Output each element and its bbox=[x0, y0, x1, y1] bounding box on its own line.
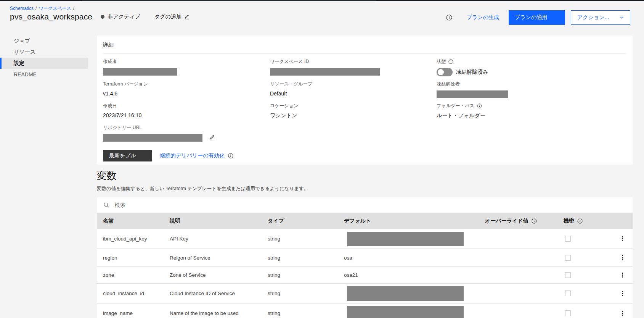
default-value-redacted bbox=[347, 306, 464, 318]
unfrozen-by-label: 凍結解除者 bbox=[437, 81, 626, 87]
cell-default: osa21 bbox=[338, 272, 479, 278]
workspace-id-label: ワークスペース ID bbox=[270, 58, 437, 65]
breadcrumb: Schematics/ワークスペース/ bbox=[10, 5, 76, 12]
title-row: pvs_osaka_workspace 非アクティブ タグの追加 bbox=[10, 12, 190, 21]
cell-type: string bbox=[262, 310, 338, 316]
actions-dropdown-label: アクション... bbox=[577, 14, 609, 21]
cell-sensitive bbox=[557, 291, 612, 296]
field-workspace-id: ワークスペース ID bbox=[270, 58, 437, 76]
cell-default: osa bbox=[338, 255, 479, 261]
column-header-type: タイプ bbox=[262, 218, 338, 224]
cell-description: Cloud Instance ID of Service bbox=[164, 291, 262, 296]
breadcrumb-separator: / bbox=[35, 6, 37, 11]
field-resource-group: リソース・グループ Default bbox=[270, 81, 437, 98]
field-created-date: 作成日 2023/7/21 16:10 bbox=[103, 103, 270, 120]
pull-latest-button[interactable]: 最新をプル bbox=[103, 150, 152, 161]
cell-actions bbox=[612, 289, 633, 298]
workspace-status: 非アクティブ bbox=[101, 13, 140, 20]
details-fields: 作成者 ワークスペース ID 状態 凍結解除済み bbox=[103, 54, 626, 161]
repo-url-value-redacted bbox=[103, 134, 202, 142]
repo-url-label: リポジトリー URL bbox=[103, 124, 626, 131]
sensitive-checkbox[interactable] bbox=[565, 255, 571, 261]
status-label: 非アクティブ bbox=[108, 13, 140, 20]
default-value-redacted bbox=[347, 286, 464, 301]
overflow-menu-icon[interactable] bbox=[620, 253, 625, 262]
resource-group-label: リソース・グループ bbox=[270, 81, 437, 87]
cell-type: string bbox=[262, 255, 338, 261]
default-value-redacted bbox=[347, 232, 464, 246]
cell-name: cloud_instance_id bbox=[97, 291, 164, 296]
page-title: pvs_osaka_workspace bbox=[10, 12, 92, 21]
cell-name: zone bbox=[97, 272, 164, 278]
cell-actions bbox=[612, 234, 633, 243]
schematics-workspace-settings-page: Schematics/ワークスペース/ pvs_osaka_workspace … bbox=[0, 0, 644, 318]
status-dot-icon bbox=[101, 15, 104, 19]
folder-path-value: ルート・フォルダー bbox=[437, 112, 626, 119]
variables-search bbox=[97, 197, 633, 213]
add-tag-label: タグの追加 bbox=[154, 13, 181, 20]
overflow-menu-icon[interactable] bbox=[620, 289, 625, 298]
sidebar-item-resources[interactable]: リソース bbox=[0, 47, 88, 58]
folder-path-label: フォルダー・パス bbox=[437, 103, 474, 109]
freeze-toggle[interactable] bbox=[437, 68, 453, 76]
info-icon[interactable] bbox=[577, 218, 583, 224]
column-header-default: デフォルト bbox=[338, 218, 479, 224]
location-value: ワシントン bbox=[270, 112, 437, 119]
sensitive-checkbox[interactable] bbox=[565, 310, 571, 316]
creator-value-redacted bbox=[103, 68, 177, 76]
cell-description: API Key bbox=[164, 236, 262, 242]
column-header-sensitive: 機密 bbox=[557, 218, 612, 224]
created-date-value: 2023/7/21 16:10 bbox=[103, 112, 270, 118]
table-row-zone: zone Zone of Service string osa21 bbox=[97, 267, 633, 284]
freeze-toggle-knob bbox=[438, 69, 444, 75]
table-row-ibm-cloud-api-key: ibm_cloud_api_key API Key string bbox=[97, 229, 633, 249]
sensitive-checkbox[interactable] bbox=[565, 236, 571, 242]
cell-sensitive bbox=[557, 255, 612, 261]
actions-dropdown[interactable]: アクション... bbox=[571, 10, 630, 25]
cell-description: Zone of Service bbox=[164, 272, 262, 278]
search-input[interactable] bbox=[115, 202, 626, 208]
sensitive-checkbox[interactable] bbox=[565, 272, 571, 278]
search-icon bbox=[103, 202, 109, 208]
sidebar-item-jobs[interactable]: ジョブ bbox=[0, 36, 88, 47]
edit-icon bbox=[209, 134, 215, 140]
sidebar-item-readme[interactable]: README bbox=[0, 69, 88, 80]
generate-plan-button[interactable]: プランの生成 bbox=[467, 14, 499, 21]
breadcrumb-link-workspaces[interactable]: ワークスペース bbox=[39, 6, 71, 11]
field-creator: 作成者 bbox=[103, 58, 270, 76]
info-icon[interactable] bbox=[228, 153, 233, 158]
column-header-name: 名前 bbox=[97, 218, 164, 224]
breadcrumb-separator: / bbox=[73, 6, 74, 11]
info-icon[interactable] bbox=[446, 15, 452, 21]
details-actions-row: 最新をプル 継続的デリバリーの有効化 bbox=[103, 150, 626, 161]
terraform-version-label: Terraform バージョン bbox=[103, 81, 270, 87]
cell-type: string bbox=[262, 291, 338, 296]
cell-default bbox=[338, 232, 479, 246]
sensitive-checkbox[interactable] bbox=[565, 291, 571, 296]
freeze-toggle-label: 凍結解除済み bbox=[456, 69, 488, 76]
apply-plan-button[interactable]: プランの適用 bbox=[509, 10, 565, 25]
table-row-cloud-instance-id: cloud_instance_id Cloud Instance ID of S… bbox=[97, 284, 633, 303]
terraform-version-value: v1.4.6 bbox=[103, 90, 270, 97]
workspace-id-value-redacted bbox=[270, 68, 380, 76]
field-terraform-version: Terraform バージョン v1.4.6 bbox=[103, 81, 270, 98]
overflow-menu-icon[interactable] bbox=[620, 234, 625, 243]
table-row-region: region Reigon of Service string osa bbox=[97, 249, 633, 267]
header-actions: プランの生成 プランの適用 アクション... bbox=[446, 10, 630, 25]
page-header: Schematics/ワークスペース/ pvs_osaka_workspace … bbox=[0, 1, 644, 36]
cell-type: string bbox=[262, 272, 338, 278]
sidebar-item-settings[interactable]: 設定 bbox=[0, 58, 88, 69]
cell-type: string bbox=[262, 236, 338, 242]
info-icon[interactable] bbox=[448, 59, 453, 64]
edit-repo-url-button[interactable] bbox=[209, 134, 215, 142]
overflow-menu-icon[interactable] bbox=[620, 308, 625, 318]
field-location: ロケーション ワシントン bbox=[270, 103, 437, 120]
add-tag-button[interactable]: タグの追加 bbox=[154, 13, 190, 20]
cell-description: Reigon of Service bbox=[164, 255, 262, 261]
info-icon[interactable] bbox=[477, 103, 482, 108]
location-label: ロケーション bbox=[270, 103, 437, 109]
info-icon[interactable] bbox=[532, 218, 537, 224]
enable-continuous-delivery-link[interactable]: 継続的デリバリーの有効化 bbox=[160, 152, 225, 159]
overflow-menu-icon[interactable] bbox=[620, 270, 625, 279]
breadcrumb-link-schematics[interactable]: Schematics bbox=[10, 6, 34, 11]
